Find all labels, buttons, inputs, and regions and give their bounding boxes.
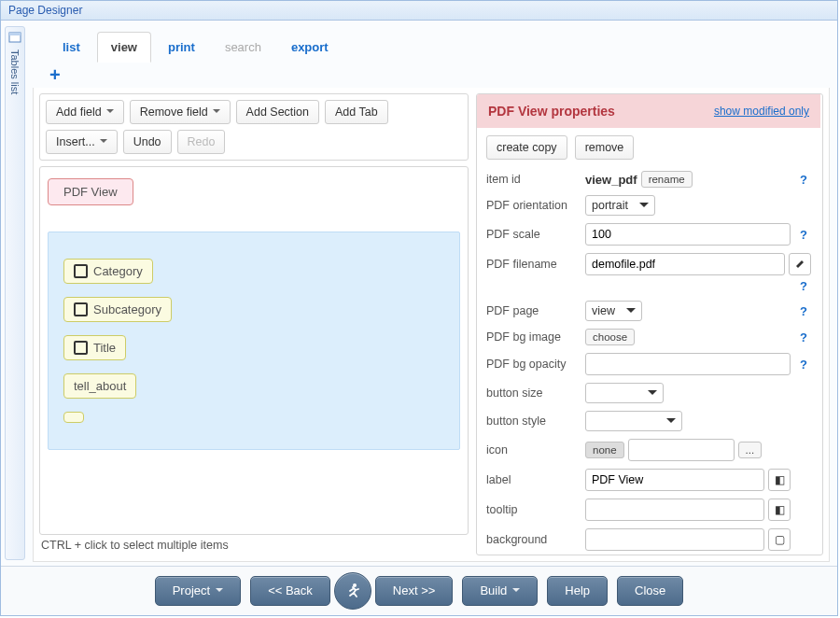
background-color-button[interactable]: ▢ [768,528,791,551]
row-button-size: button size [477,379,820,407]
tab-list[interactable]: list [49,33,93,62]
main-panel: list view print search export + Add fiel… [29,21,837,566]
properties-title: PDF View properties [488,104,615,119]
remove-button[interactable]: remove [575,135,635,160]
button-style-select[interactable] [585,411,682,431]
row-scale: PDF scale ? [477,219,820,249]
redo-button: Redo [177,130,226,154]
row-button-style: button style [477,407,820,435]
insert-button[interactable]: Insert... [46,130,118,154]
page-select[interactable]: view [585,301,642,321]
label-extra-button[interactable]: ◧ [768,469,791,491]
row-filename: PDF filename [477,249,820,279]
row-text-color: text color [477,555,820,555]
tables-list-side-tab[interactable]: Tables list [5,26,25,560]
checkbox-icon [74,264,88,278]
orientation-select[interactable]: portrait [585,195,655,216]
row-orientation: PDF orientation portrait [477,191,820,219]
row-page: PDF page view ? [477,297,820,325]
tables-icon [8,31,21,44]
close-button[interactable]: Close [617,576,683,606]
rename-button[interactable]: rename [641,171,693,188]
pdf-view-element[interactable]: PDF View [48,178,133,205]
tooltip-input[interactable] [585,499,764,521]
chevron-down-icon [626,308,636,317]
project-button[interactable]: Project [155,576,241,606]
chevron-down-icon [648,390,657,400]
help-icon[interactable]: ? [796,279,811,293]
window-titlebar: Page Designer [1,1,837,21]
properties-grid: item id view_pdf rename ? PDF orientatio… [477,167,820,555]
run-button[interactable] [334,572,371,610]
row-background: background ▢ [477,525,820,555]
undo-button[interactable]: Undo [123,130,172,154]
button-size-select[interactable] [585,383,664,403]
tables-list-label: Tables list [9,49,21,94]
item-id-value: view_pdf [585,173,637,187]
tab-export[interactable]: export [278,33,342,62]
canvas-scroll[interactable]: PDF View Category Subcategory Title tell… [48,175,460,527]
choose-bg-button[interactable]: choose [585,329,635,345]
checkbox-icon [74,302,88,316]
add-tab-plus[interactable]: + [33,63,830,88]
runner-icon [343,582,362,600]
chevron-down-icon [666,418,676,428]
field-category[interactable]: Category [63,259,153,284]
layout-panel: Add field Remove field Add Section Add T… [39,93,469,555]
layout-toolbar: Add field Remove field Add Section Add T… [39,93,469,161]
window-body: Tables list list view print search expor… [1,21,837,566]
chevron-down-icon [639,203,649,212]
page-designer-window: Page Designer Tables list list view prin… [0,0,838,616]
show-modified-link[interactable]: show modified only [714,105,809,118]
field-title[interactable]: Title [63,335,126,360]
help-icon[interactable]: ? [796,304,811,318]
svg-rect-1 [9,33,21,35]
help-icon[interactable]: ? [796,228,811,242]
row-label: label ◧ [477,465,820,495]
row-bg-opacity: PDF bg opacity ? [477,349,820,379]
tooltip-extra-button[interactable]: ◧ [768,499,791,521]
field-tell-about[interactable]: tell_about [63,373,136,399]
tab-print[interactable]: print [155,33,208,62]
field-subcategory[interactable]: Subcategory [63,297,172,322]
page-tabs: list view print search export [33,24,830,63]
back-button[interactable]: << Back [250,576,330,606]
help-button[interactable]: Help [547,576,608,606]
properties-panel: PDF View properties show modified only c… [476,93,823,555]
next-button[interactable]: Next >> [375,576,454,606]
section-box[interactable]: Category Subcategory Title tell_about [48,232,460,450]
content-area: Add field Remove field Add Section Add T… [33,88,830,562]
icon-none-button[interactable]: none [585,442,624,458]
tab-view[interactable]: view [97,32,151,63]
create-copy-button[interactable]: create copy [486,135,567,160]
help-icon[interactable]: ? [796,173,811,187]
field-partial[interactable] [63,412,84,423]
remove-field-button[interactable]: Remove field [130,100,231,124]
canvas-wrap: PDF View Category Subcategory Title tell… [39,166,469,535]
wizard-footer: Project << Back Next >> Build Help Close [1,566,837,615]
background-input[interactable] [585,528,764,551]
bg-opacity-input[interactable] [585,353,791,375]
clear-filename-button[interactable] [789,253,811,275]
tab-search: search [212,33,274,62]
add-section-button[interactable]: Add Section [236,100,319,124]
properties-header: PDF View properties show modified only [477,94,820,128]
build-button[interactable]: Build [462,576,538,606]
row-icon: icon none ... [477,435,820,465]
label-input[interactable] [585,469,764,491]
add-tab-button[interactable]: Add Tab [325,100,388,124]
icon-more-button[interactable]: ... [738,442,763,458]
checkbox-icon [74,341,88,355]
properties-actions: create copy remove [477,128,820,167]
help-icon[interactable]: ? [796,330,811,344]
filename-input[interactable] [585,253,785,275]
row-bg-image: PDF bg image choose ? [477,325,820,349]
row-tooltip: tooltip ◧ [477,495,820,525]
icon-input[interactable] [628,439,735,461]
scale-input[interactable] [585,223,791,246]
multiselect-hint: CTRL + click to select multiple items [39,535,469,555]
window-title: Page Designer [8,4,82,17]
help-icon[interactable]: ? [796,358,811,372]
add-field-button[interactable]: Add field [46,100,124,124]
properties-scroll[interactable]: PDF View properties show modified only c… [476,93,823,555]
